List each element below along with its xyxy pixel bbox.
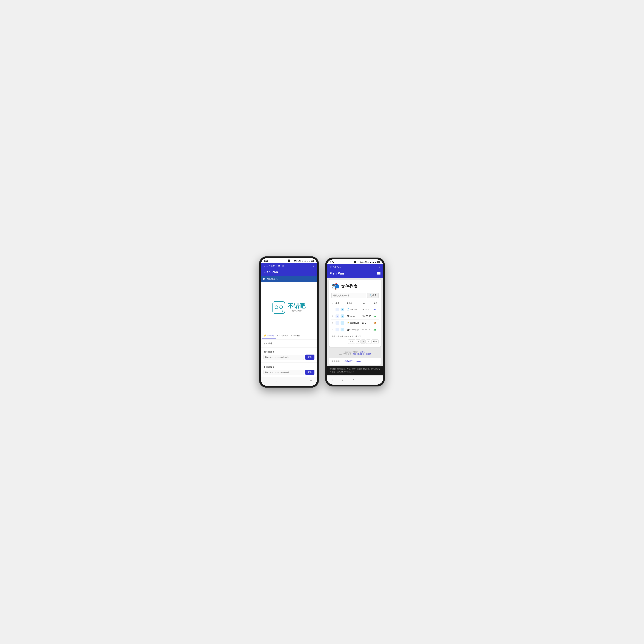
nav-back-1[interactable]: ‹ xyxy=(264,379,269,384)
gear-icon: ⚙ xyxy=(264,342,265,345)
footer-brand[interactable]: Fish Pan xyxy=(359,351,365,353)
search-button[interactable]: 🔍 搜索 xyxy=(367,293,379,298)
logo-container: L 不错吧 ~始于2015~ xyxy=(272,301,305,314)
cell-size: 126.59 KB xyxy=(361,313,373,320)
content-1: 🖼 图片查看器 L 不错吧 ~始于2015~ xyxy=(261,276,317,377)
page-last[interactable]: 尾页 xyxy=(371,339,379,344)
file-card-title: 文件列表 xyxy=(341,284,358,289)
nav-forward-2[interactable]: › xyxy=(340,378,345,382)
mgmt-section: ⚙ ⚙ 管理 xyxy=(261,340,317,347)
refresh-icon-1[interactable]: ↻ xyxy=(312,264,314,267)
page-prev[interactable]: « xyxy=(356,339,361,344)
cell-num: 4 xyxy=(331,326,335,333)
tab-file-link[interactable]: ⚡ 文件外链 xyxy=(262,333,276,339)
table-row: 1 ⬇ | ▶ 📄 模板.doc 26.5 KB doc xyxy=(331,306,379,313)
hamburger-menu-1[interactable] xyxy=(311,271,314,273)
download-icon[interactable]: ⬇ xyxy=(336,308,339,311)
col-format: 格式 xyxy=(373,301,379,306)
app-header-top-2: 🛡 Fish Pan ↻ xyxy=(327,264,383,270)
col-size: 大小 xyxy=(361,301,373,306)
shield-icon-2: 🛡 xyxy=(330,266,332,268)
image-link-label: 图片链接： xyxy=(264,350,314,353)
pagination-info: 共有 4 个文件 当前第 1 页，共 1 页 xyxy=(331,335,379,338)
tab-code-call[interactable]: </> 代码调用 xyxy=(276,333,290,339)
cell-num: 3 xyxy=(331,320,335,326)
nav-menu-2[interactable]: ☰ xyxy=(374,378,380,382)
copy-image-link-button[interactable]: 复制 xyxy=(305,355,314,360)
cell-num: 1 xyxy=(331,306,335,313)
network-type-1: 6G xyxy=(311,260,314,262)
cell-ops: ⬇ | ▶ xyxy=(335,320,346,326)
tab-label-0: ⚡ 文件外链 xyxy=(264,334,274,337)
file-table: # 操作 文件名 大小 格式 1 ⬇ | ▶ 📄 xyxy=(331,301,379,333)
friend-link-onetb[interactable]: OneTB xyxy=(355,360,361,363)
signal-icon-1: ▲▲▲▲ xyxy=(302,260,308,262)
tab-label-2: ℹ 文件详情 xyxy=(291,334,300,337)
search-input[interactable] xyxy=(331,293,366,298)
play-icon[interactable]: ▶ xyxy=(341,328,344,331)
col-name: 文件名 xyxy=(346,301,361,306)
nav-home-2[interactable]: ⌂ xyxy=(351,378,356,382)
image-link-input[interactable]: https://pan.ycyyy.cn/view.ph xyxy=(264,355,304,360)
app-header-main-1: Fish Pan xyxy=(261,269,317,276)
table-header-row: # 操作 文件名 大小 格式 xyxy=(331,301,379,306)
hamburger-menu-2[interactable] xyxy=(377,272,380,275)
uptime-label: 本站已安全运行： xyxy=(339,353,353,355)
network-speed-1: 1.97 KB/s xyxy=(294,260,301,262)
download-icon[interactable]: ⬇ xyxy=(336,314,339,318)
cell-ops: ⬇ | ▶ xyxy=(335,326,346,333)
play-icon[interactable]: ▶ xyxy=(341,321,344,325)
nav-forward-1[interactable]: › xyxy=(274,379,279,384)
copyright-text: Copyright © 2024 xyxy=(345,351,358,353)
table-row: 4 ⬇ | ▶ 🖼 touxiang.jpg 44.83 KB jpg xyxy=(331,326,379,333)
download-link-section: 下载链接： https://pan.ycyyy.cn/down.ph 复制 xyxy=(261,363,317,377)
col-ops: 操作 xyxy=(335,301,346,306)
page-next[interactable]: » xyxy=(366,339,371,344)
nav-recent-2[interactable]: ☐ xyxy=(362,378,368,382)
tabs-bar-1: ⚡ 文件外链 </> 代码调用 ℹ 文件详情 xyxy=(261,333,317,339)
refresh-icon-2[interactable]: ↻ xyxy=(378,266,380,269)
nav-back-2[interactable]: ‹ xyxy=(330,378,335,382)
download-link-input[interactable]: https://pan.ycyyy.cn/down.ph xyxy=(264,370,304,375)
wifi-icon-1: ▲ xyxy=(309,260,310,262)
cell-name: 🖼 1so.jpg xyxy=(346,313,361,320)
logo-main-text: 不错吧 xyxy=(288,303,305,309)
phone-notch-2 xyxy=(354,261,356,263)
phone-2: 9:54 5.93 KB/s ▲▲▲▲ ▲ 67 🛡 Fish Pan ↻ Fi… xyxy=(325,258,385,386)
page-first[interactable]: 首页 xyxy=(348,339,355,344)
viewer-image-area: L 不错吧 ~始于2015~ xyxy=(261,282,317,333)
table-row: 2 ⬇ | ▶ 🖼 1so.jpg 126.59 KB jpg xyxy=(331,313,379,320)
signal-icon-2: ▲▲▲▲ xyxy=(368,261,374,263)
download-icon[interactable]: ⬇ xyxy=(336,328,339,331)
footer-area: Copyright © 2024 Fish Pan 本站已安全运行： 108天9… xyxy=(327,349,383,357)
download-icon[interactable]: ⬇ xyxy=(336,321,339,325)
friend-link-gpt[interactable]: 公益GPT xyxy=(344,360,353,363)
network-speed-2: 5.93 KB/s xyxy=(360,261,367,263)
tab-label-1: </> 代码调用 xyxy=(277,334,288,337)
tab-file-detail[interactable]: ℹ 文件详情 xyxy=(290,333,302,339)
cell-name: 📄 模板.doc xyxy=(346,306,361,313)
pagination-btns: 首页 « 1 » 尾页 xyxy=(331,339,379,344)
bottom-nav-1: ‹ › ⌂ ☐ ☰ xyxy=(261,377,317,386)
logo-icon: L xyxy=(272,301,285,314)
status-icons-2: 5.93 KB/s ▲▲▲▲ ▲ 67 xyxy=(360,261,380,263)
cell-type: jpg xyxy=(373,313,379,320)
page-current[interactable]: 1 xyxy=(361,339,366,344)
status-icons-1: 1.97 KB/s ▲▲▲▲ ▲ 6G xyxy=(294,260,314,262)
search-row: 🔍 搜索 xyxy=(331,293,379,298)
cell-ops: ⬇ | ▶ xyxy=(335,306,346,313)
image-viewer-banner: 🖼 图片查看器 xyxy=(261,276,317,282)
play-icon[interactable]: ▶ xyxy=(341,308,344,311)
file-card: 📬 文件列表 🔍 搜索 # 操作 文件名 大小 xyxy=(329,280,381,347)
cell-name: 📝 ceshitxt.txt xyxy=(346,320,361,326)
copy-download-link-button[interactable]: 复制 xyxy=(305,370,314,375)
cell-size: 26.5 KB xyxy=(361,306,373,313)
table-row: 3 ⬇ | ▶ 📝 ceshitxt.txt 11 B txt xyxy=(331,320,379,326)
phone-notch xyxy=(288,259,290,262)
page-title-1: 文件查看 - Fish Pan xyxy=(266,264,285,267)
nav-menu-1[interactable]: ☰ xyxy=(308,379,314,384)
nav-recent-1[interactable]: ☐ xyxy=(296,379,302,384)
play-icon[interactable]: ▶ xyxy=(341,314,344,318)
cell-size: 11 B xyxy=(361,320,373,326)
nav-home-1[interactable]: ⌂ xyxy=(285,379,290,384)
